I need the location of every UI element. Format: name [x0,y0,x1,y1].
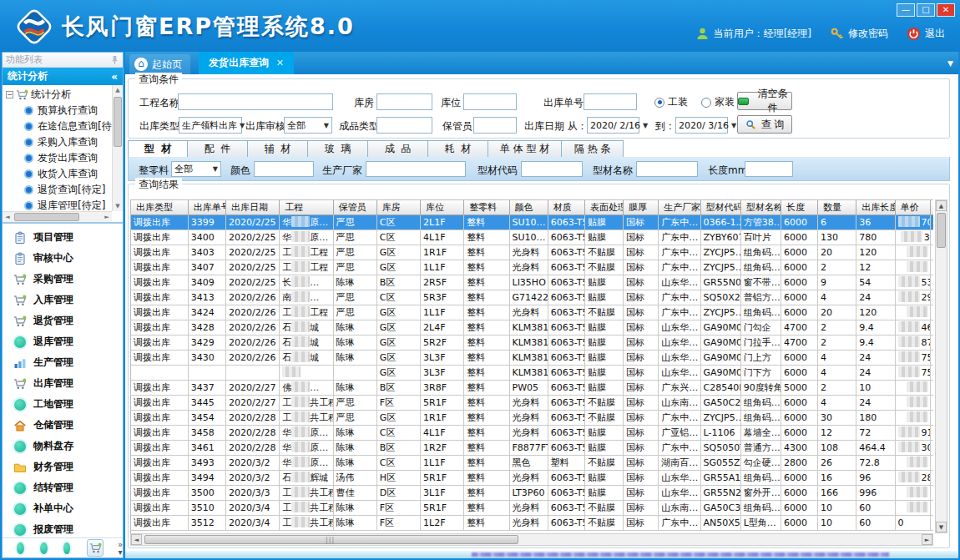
material-tab-耗材[interactable]: 耗 材 [428,140,488,158]
scroll-thumb[interactable] [937,213,946,248]
table-row[interactable]: 调拨出库34092020/2/25长…陈琳B区2R5F整料LI35HO6063-… [131,275,933,290]
profile-code-input[interactable] [521,161,583,177]
scroll-left-icon[interactable]: ◄ [131,534,142,545]
sidebar-section-header[interactable]: 统计分析 « [3,68,123,85]
table-row[interactable]: 调拨出库35002020/3/3工共工程曹佳D区3L1F整料LT3P606063… [131,485,933,500]
table-row[interactable]: 调拨出库34242020/2/26工工程严思G区1L1F整料光身料6063-T5… [131,305,933,320]
column-header-数量[interactable]: 数量 [818,200,856,214]
tree-root[interactable]: − 统计分析 [3,87,112,103]
material-tab-型材[interactable]: 型 材 [128,140,188,158]
logout[interactable]: 退出 [907,27,945,41]
more-chevron-icon[interactable]: »▾ [118,541,123,556]
whole-part-select[interactable]: 全部▼ [171,161,221,177]
table-row[interactable]: 调拨出库34302020/2/26石城陈琳G区3L3F整料KLM38176063… [131,350,933,365]
close-button[interactable]: ✕ [937,3,955,17]
scroll-down-icon[interactable]: ▼ [936,522,947,532]
table-row[interactable]: 调拨出库34032020/2/25工工程严思G区1R1F整料光身料6063-T5… [131,245,933,260]
out-type-select[interactable]: 生产领料出库▼ [179,117,242,134]
material-tab-辅材[interactable]: 辅 材 [248,140,308,158]
column-header-工程[interactable]: 工程 [280,200,333,214]
sidebar-item-结转管理[interactable]: 结转管理 [3,477,123,498]
column-header-库位[interactable]: 库位 [421,200,464,214]
expander-icon[interactable]: − [6,91,13,98]
tree-horizontal-scrollbar[interactable]: ◄ ► [3,211,112,222]
sidebar-item-采购管理[interactable]: 采购管理 [3,269,123,290]
scroll-down-icon[interactable]: ▼ [113,201,123,211]
profile-name-input[interactable] [636,161,698,177]
column-header-保管员[interactable]: 保管员 [333,200,376,214]
table-row[interactable]: 调拨出库34292020/2/26石城陈琳G区5R2F整料KLM38176063… [131,335,933,350]
material-tab-单体型材[interactable]: 单 体 型 材 [488,140,562,158]
column-header-膜厚[interactable]: 膜厚 [624,200,659,214]
table-row[interactable]: G区3L3F整料KLM38176063-T5贴膜国标山东华…GA90M09.门下… [131,365,933,380]
sidebar-item-入库管理[interactable]: 入库管理 [3,290,123,310]
sidebar-item-退货管理[interactable]: 退货管理 [3,310,123,331]
table-vertical-scrollbar[interactable]: ▲ ▼ [935,199,947,533]
date-from-select[interactable]: 2020/ 2/16▼ [587,117,639,134]
tab-close-icon[interactable]: ✕ [276,58,284,68]
table-row[interactable]: 调拨出库34542020/2/28工共工程严思G区1R1F整料光身料6063-T… [131,410,933,425]
sidebar-item-审核中心[interactable]: 审核中心 [3,248,123,269]
tree-item-收货入库查询[interactable]: 收货入库查询 [3,166,112,182]
sidebar-item-仓储管理[interactable]: 仓储管理 [3,415,123,436]
scroll-thumb[interactable] [114,97,122,147]
clear-conditions-button[interactable]: 清空条件 [737,92,792,110]
product-type-input[interactable] [376,117,432,134]
table-row[interactable]: 调拨出库34582020/2/28华原…陈琳C区4L1F整料光身料6063-T5… [131,425,933,440]
material-tab-配件[interactable]: 配 件 [188,140,248,158]
sidebar-item-退库管理[interactable]: 退库管理 [3,331,123,352]
table-row[interactable]: 调拨出库33992020/2/25华原…严思C区2L1F整料SU10…6063-… [131,214,933,230]
column-header-出库类型[interactable]: 出库类型 [131,200,188,214]
radio-jiazhuang[interactable]: 家装 [701,95,735,109]
column-header-长度[interactable]: 长度 [781,200,817,214]
quick-dot-icon[interactable] [63,542,71,554]
column-header-材质[interactable]: 材质 [548,200,584,214]
tab-shipping-query[interactable]: 发货出库查询 ✕ [199,52,294,74]
column-header-出库长度[interactable]: 出库长度 [856,200,895,214]
sidebar-item-工地管理[interactable]: 工地管理 [3,394,123,415]
warehouse-input[interactable] [376,93,432,110]
table-row[interactable]: 调拨出库34612020/2/28华原…陈琳B区1R2F整料F8877FT606… [131,440,933,455]
tree-item-退货查询[待定][interactable]: 退货查询[待定] [3,182,112,198]
column-header-表面处理[interactable]: 表面处理 [584,200,623,214]
sidebar-item-补单中心[interactable]: 补单中心 [3,498,123,519]
table-row[interactable]: 调拨出库34372020/2/27佛…陈琳B区3R8F整料PW056063-T5… [131,380,933,395]
tree-item-采购入库查询[interactable]: 采购入库查询 [3,134,112,150]
column-header-颜色[interactable]: 颜色 [509,200,548,214]
color-input[interactable] [254,161,314,177]
column-header-出库单号[interactable]: 出库单号 [188,200,225,214]
sidebar-item-出库管理[interactable]: 出库管理 [3,373,123,394]
tab-overflow-icon[interactable]: ▼ [947,59,953,68]
table-row[interactable]: 调拨出库35102020/3/4工共工程陈琳F区5R1F整料光身料6063-T5… [131,500,933,515]
manufacturer-input[interactable] [366,161,466,177]
scroll-up-icon[interactable]: ▲ [936,200,947,211]
column-header-整零料[interactable]: 整零料 [464,200,509,214]
column-header-生产厂家[interactable]: 生产厂家 [659,200,700,214]
column-header-单价[interactable]: 单价 [895,200,930,214]
scroll-left-icon[interactable]: ◄ [3,212,13,222]
material-tab-隔热条[interactable]: 隔 热 条 [562,140,624,158]
sidebar-item-生产管理[interactable]: 生产管理 [3,352,123,373]
pin-icon[interactable] [110,55,119,64]
scroll-right-icon[interactable]: ► [102,212,112,222]
tab-home[interactable]: ⌂ 起始页 [129,54,190,74]
table-row[interactable]: 调拨出库35122020/3/4工共工程陈琳F区1L2F整料光身料6063-T5… [131,515,933,530]
table-row[interactable]: 调拨出库34452020/2/27工共工程严思F区5R1F整料光身料6063-T… [131,395,933,410]
scroll-up-icon[interactable]: ▲ [113,85,123,95]
tree-item-发货出库查询[interactable]: 发货出库查询 [3,150,112,166]
quick-dot-icon[interactable] [17,542,24,554]
project-name-input[interactable] [178,93,333,110]
sidebar-item-报废管理[interactable]: 报废管理 [3,519,123,537]
order-no-input[interactable] [584,93,637,110]
scroll-thumb[interactable] [14,213,79,221]
collapse-icon[interactable]: « [111,71,118,83]
sidebar-item-物料盘存[interactable]: 物料盘存 [3,436,123,457]
scroll-right-icon[interactable]: ► [922,534,932,545]
minimize-button[interactable]: — [897,3,915,17]
column-header-库房[interactable]: 库房 [376,200,420,214]
table-row[interactable]: 调拨出库34932020/3/2华原…陈琳C区1L1F整料黑色塑料不贴膜国标湖南… [131,455,933,470]
tree-item-预算执行查询[interactable]: 预算执行查询 [3,103,112,119]
table-row[interactable]: 调拨出库34132020/2/26南…严思C区5R3F整料G714226063-… [131,290,933,305]
table-row[interactable]: 调拨出库34002020/2/25华原…严思C区4L1F整料SU10…6063-… [131,230,933,245]
scroll-thumb[interactable]: ||| [144,535,518,544]
